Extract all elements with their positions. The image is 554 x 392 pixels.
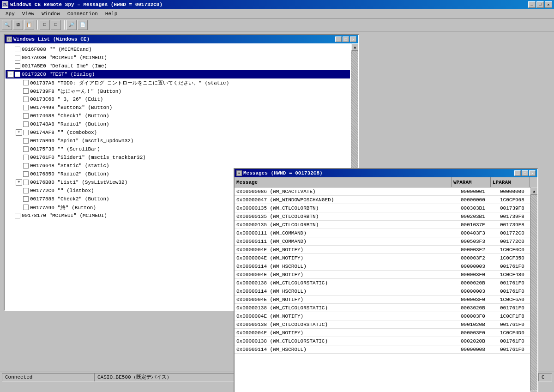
message-row[interactable]: 0x00000114 (WM_HSCROLL) 00000008 001761F… [235, 345, 537, 354]
minimize-button[interactable]: _ [528, 1, 536, 8]
tree-checkbox[interactable] [15, 47, 20, 52]
tree-checkbox[interactable] [15, 72, 20, 77]
menu-view[interactable]: View [18, 10, 38, 18]
toolbar-btn-4[interactable]: □ [40, 20, 50, 30]
messages-maximize-btn[interactable]: □ [522, 170, 528, 176]
tree-item[interactable]: 00174688 "Check1" (Button) [6, 112, 350, 120]
toolbar-btn-7[interactable]: 📄 [78, 20, 88, 30]
tree-checkbox[interactable] [15, 213, 20, 218]
message-row[interactable]: 0x00000138 (WM_CTLCOLORSTATIC) 0003020B … [235, 304, 537, 312]
panel-buttons[interactable]: _ □ ✕ [335, 36, 356, 42]
toolbar-btn-6[interactable]: 🔎 [66, 20, 77, 30]
tree-checkbox[interactable] [23, 188, 29, 193]
message-row[interactable]: 0x0000004E (WM_NOTIFY) 000003F2 1C0CF0C0 [235, 246, 537, 254]
message-row[interactable]: 0x00000086 (WM_NCACTIVATE) 00000001 0000… [235, 187, 537, 196]
tree-label: 00174AF8 "" (combobox) [30, 130, 97, 135]
panel-maximize-btn[interactable]: □ [343, 36, 349, 42]
tree-checkbox[interactable] [23, 121, 29, 127]
tree-checkbox[interactable] [23, 205, 29, 210]
tree-item[interactable]: 00173C68 " 3, 26" (Edit) [6, 95, 350, 103]
tree-item[interactable]: 001739F8 "はにゃーん！" (Button) [6, 87, 350, 95]
msg-scroll-up-btn[interactable]: ▲ [530, 187, 537, 195]
tree-expand-btn[interactable]: − [7, 71, 14, 78]
scroll-up-btn[interactable]: ▲ [351, 43, 358, 51]
message-row[interactable]: 0x0000004E (WM_NOTIFY) 000003F0 1C0CF1F8 [235, 312, 537, 320]
msg-cell-message: 0x00000114 (WM_HSCROLL) [235, 289, 459, 294]
tree-checkbox[interactable] [23, 171, 29, 177]
tree-label: 001748A8 "Radio1" (Button) [30, 121, 109, 127]
close-button[interactable]: ✕ [545, 1, 552, 8]
message-row[interactable]: 0x00000138 (WM_CTLCOLORSTATIC) 0002020B … [235, 337, 537, 345]
message-row[interactable]: 0x00000138 (WM_CTLCOLORSTATIC) 0001020B … [235, 320, 537, 329]
message-row[interactable]: 0x00000111 (WM_COMMAND) 000503F3 001772C… [235, 237, 537, 246]
tree-checkbox[interactable] [23, 155, 29, 160]
msg-cell-wparam: 00000003 [459, 264, 498, 269]
window-controls[interactable]: _ □ ✕ [528, 1, 552, 8]
message-row[interactable]: 0x00000135 (WM_CTLCOLORBTN) 0001037E 001… [235, 221, 537, 229]
tree-checkbox[interactable] [15, 63, 20, 69]
messages-panel-buttons[interactable]: _ □ ✕ [514, 170, 536, 176]
msg-scroll-track[interactable] [530, 195, 537, 391]
tree-checkbox[interactable] [23, 113, 29, 119]
tree-item[interactable]: 0017A5E0 "Default Ime" (Ime) [6, 62, 350, 70]
message-row[interactable]: 0x00000135 (WM_CTLCOLORBTN) 000203B1 001… [235, 212, 537, 221]
menu-connection[interactable]: Connection [64, 10, 102, 18]
panel-icon: □ [6, 36, 12, 42]
tree-checkbox[interactable] [15, 55, 20, 60]
tree-item[interactable]: 001737A8 "TODO: ダイアログ コントロールをここに置いてください。… [6, 78, 350, 87]
message-row[interactable]: 0x00000111 (WM_COMMAND) 000403F3 001772C… [235, 229, 537, 237]
tree-checkbox[interactable] [23, 196, 29, 202]
panel-close-btn[interactable]: ✕ [350, 36, 356, 42]
toolbar-sep-1 [36, 20, 38, 30]
tree-item[interactable]: −001732C8 "TEST" (Dialog) [6, 70, 350, 78]
message-row[interactable]: 0x0000004E (WM_NOTIFY) 000003F0 1C0CF480 [235, 271, 537, 279]
tree-label: 00174688 "Check1" (Button) [30, 113, 109, 119]
tree-item[interactable]: 00175B90 "Spin1" (msctls_updown32) [6, 137, 350, 145]
message-row[interactable]: 0x00000135 (WM_CTLCOLORBTN) 000303B1 001… [235, 204, 537, 212]
messages-scrollbar[interactable]: ▲ ▼ [530, 187, 537, 392]
msg-cell-message: 0x00000138 (WM_CTLCOLORSTATIC) [235, 305, 459, 311]
toolbar-btn-5[interactable]: □ [51, 20, 61, 30]
status-connected: Connected [2, 373, 94, 381]
message-row[interactable]: 0x0000004E (WM_NOTIFY) 000003F0 1C0CF6A0 [235, 296, 537, 304]
menu-help[interactable]: Help [102, 10, 121, 18]
msg-cell-wparam: 0001037E [459, 222, 498, 228]
tree-expand-btn[interactable]: + [16, 129, 22, 136]
tree-checkbox[interactable] [23, 80, 29, 85]
tree-item[interactable]: +00174AF8 "" (combobox) [6, 128, 350, 137]
tree-checkbox[interactable] [23, 163, 29, 169]
tree-item[interactable]: 0016F808 "" (MCIMECand) [6, 45, 350, 54]
tree-checkbox[interactable] [23, 130, 29, 135]
msg-cell-wparam: 0003020B [459, 305, 498, 311]
tree-item[interactable]: 00175F38 "" (ScrollBar) [6, 145, 350, 153]
tree-expand-btn[interactable]: + [16, 179, 22, 186]
tree-item[interactable]: 001761F0 "Slider1" (msctls_trackbar32) [6, 153, 350, 162]
maximize-button[interactable]: □ [536, 1, 544, 8]
menu-spy[interactable]: Spy [2, 10, 18, 18]
message-row[interactable]: 0x00000114 (WM_HSCROLL) 00000003 001761F… [235, 262, 537, 271]
tree-checkbox[interactable] [23, 180, 29, 185]
toolbar-btn-2[interactable]: 🖥 [13, 20, 23, 30]
tree-checkbox[interactable] [23, 105, 29, 110]
tree-item[interactable]: 00174498 "Button2" (Button) [6, 103, 350, 112]
messages-rows: 0x00000086 (WM_NCACTIVATE) 00000001 0000… [235, 187, 537, 392]
tree-checkbox[interactable] [23, 138, 29, 144]
tree-item[interactable]: 001748A8 "Radio1" (Button) [6, 120, 350, 128]
message-row[interactable]: 0x00000138 (WM_CTLCOLORSTATIC) 0000020B … [235, 279, 537, 287]
tree-item[interactable]: 0017A930 "MCIMEUI" (MCIMEUI) [6, 54, 350, 62]
messages-minimize-btn[interactable]: _ [514, 170, 521, 176]
tree-checkbox[interactable] [23, 96, 29, 102]
tree-checkbox[interactable] [23, 146, 29, 152]
message-row[interactable]: 0x0000004E (WM_NOTIFY) 000003F2 1C0CF350 [235, 254, 537, 262]
message-row[interactable]: 0x00000114 (WM_HSCROLL) 00000003 001761F… [235, 287, 537, 296]
message-row[interactable]: 0x00000047 (WM_WINDOWPOSCHANGED) 0000000… [235, 196, 537, 204]
panel-minimize-btn[interactable]: _ [335, 36, 342, 42]
toolbar-btn-3[interactable]: 📋 [24, 20, 34, 30]
toolbar-btn-spy[interactable]: 🔍 [2, 20, 12, 30]
message-row[interactable]: 0x0000004E (WM_NOTIFY) 000003F0 1C0CF4D0 [235, 329, 537, 337]
tree-label: 0017A5E0 "Default Ime" (Ime) [22, 63, 107, 69]
menu-window[interactable]: Window [38, 10, 64, 18]
messages-close-btn[interactable]: ✕ [529, 170, 536, 176]
tree-checkbox[interactable] [23, 88, 29, 94]
toolbar: 🔍 🖥 📋 □ □ 🔎 📄 [0, 18, 554, 31]
